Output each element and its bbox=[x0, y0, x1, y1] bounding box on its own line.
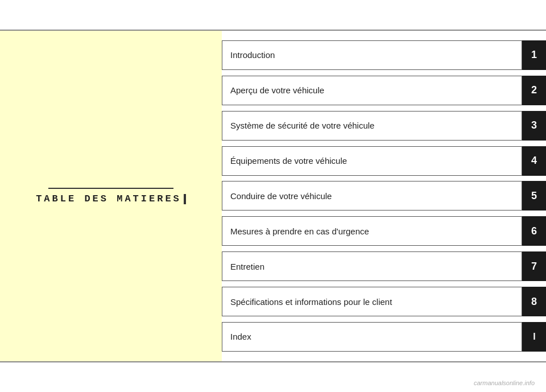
menu-number-conduire: 5 bbox=[522, 181, 546, 211]
menu-row-index[interactable]: IndexI bbox=[222, 322, 546, 352]
watermark: carmanualsonline.info bbox=[474, 379, 535, 386]
bottom-divider bbox=[0, 361, 546, 362]
menu-number-securite: 3 bbox=[522, 111, 546, 141]
menu-row-securite[interactable]: Système de sécurité de votre véhicule3 bbox=[222, 111, 546, 141]
menu-label-apercu[interactable]: Aperçu de votre véhicule bbox=[222, 76, 522, 105]
menu-label-entretien[interactable]: Entretien bbox=[222, 251, 522, 281]
menu-label-index[interactable]: Index bbox=[222, 322, 522, 352]
main-content: TABLE DES MATIERES Introduction1Aperçu d… bbox=[0, 31, 546, 361]
menu-number-entretien: 7 bbox=[522, 251, 546, 281]
menu-number-index: I bbox=[522, 322, 546, 352]
menu-number-specifications: 8 bbox=[522, 287, 546, 316]
menu-number-intro: 1 bbox=[522, 40, 546, 70]
menu-label-intro[interactable]: Introduction bbox=[222, 40, 522, 70]
menu-row-specifications[interactable]: Spécifications et informations pour le c… bbox=[222, 287, 546, 316]
right-panel: Introduction1Aperçu de votre véhicule2Sy… bbox=[222, 31, 546, 361]
menu-row-mesures[interactable]: Mesures à prendre en cas d'urgence6 bbox=[222, 216, 546, 246]
title-block: TABLE DES MATIERES bbox=[36, 188, 186, 204]
menu-label-mesures[interactable]: Mesures à prendre en cas d'urgence bbox=[222, 216, 522, 246]
menu-row-intro[interactable]: Introduction1 bbox=[222, 40, 546, 70]
menu-label-securite[interactable]: Système de sécurité de votre véhicule bbox=[222, 111, 522, 141]
menu-label-conduire[interactable]: Conduire de votre véhicule bbox=[222, 181, 522, 211]
page-title: TABLE DES MATIERES bbox=[36, 193, 186, 204]
menu-number-mesures: 6 bbox=[522, 216, 546, 246]
left-panel: TABLE DES MATIERES bbox=[0, 31, 222, 361]
menu-row-entretien[interactable]: Entretien7 bbox=[222, 251, 546, 281]
menu-row-conduire[interactable]: Conduire de votre véhicule5 bbox=[222, 181, 546, 211]
menu-label-specifications[interactable]: Spécifications et informations pour le c… bbox=[222, 287, 522, 316]
menu-row-apercu[interactable]: Aperçu de votre véhicule2 bbox=[222, 76, 546, 105]
menu-number-equipements: 4 bbox=[522, 146, 546, 176]
title-underline bbox=[48, 188, 173, 189]
title-label: TABLE DES MATIERES bbox=[36, 193, 181, 204]
menu-label-equipements[interactable]: Équipements de votre véhicule bbox=[222, 146, 522, 176]
menu-number-apercu: 2 bbox=[522, 76, 546, 105]
menu-row-equipements[interactable]: Équipements de votre véhicule4 bbox=[222, 146, 546, 176]
title-cursor bbox=[184, 194, 186, 204]
